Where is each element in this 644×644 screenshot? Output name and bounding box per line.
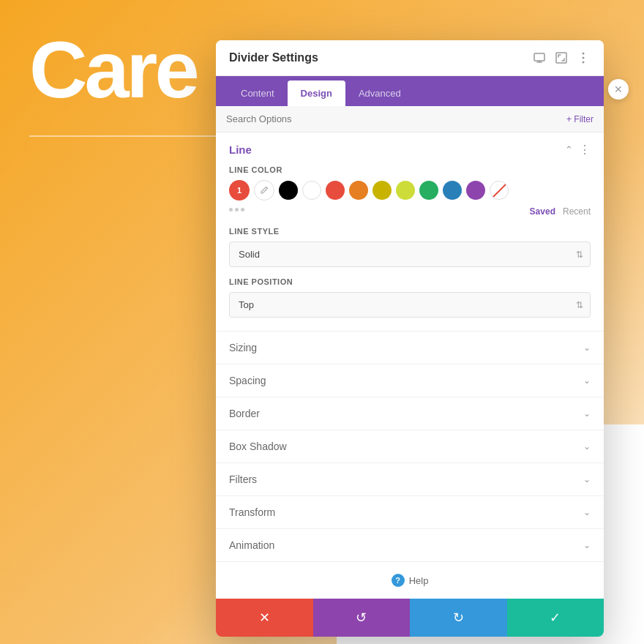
sizing-chevron: ⌄ — [583, 342, 591, 353]
line-section-header[interactable]: Line ⌃ ⋮ — [216, 132, 604, 157]
help-label[interactable]: Help — [409, 575, 429, 586]
line-position-label: Line Position — [229, 277, 591, 286]
dot-3 — [241, 208, 244, 211]
line-section: Line ⌃ ⋮ Line Color 1 — [216, 132, 604, 332]
line-section-title: Line — [229, 143, 252, 156]
border-section[interactable]: Border ⌄ — [216, 397, 604, 430]
modal-header: Divider Settings — [216, 40, 604, 76]
dot-2 — [235, 208, 239, 211]
line-style-label: Line Style — [229, 227, 591, 236]
box-shadow-chevron: ⌄ — [583, 441, 591, 452]
tab-advanced[interactable]: Advanced — [345, 80, 414, 106]
line-style-select-wrapper: Solid Dashed Dotted ⇅ — [229, 242, 591, 267]
color-pencil-icon[interactable] — [254, 180, 274, 201]
color-swatch-lime[interactable] — [396, 181, 415, 200]
modal-body: Line ⌃ ⋮ Line Color 1 — [216, 132, 604, 599]
care-underline — [29, 135, 220, 137]
line-section-body: Line Color 1 — [216, 157, 604, 331]
box-shadow-section[interactable]: Box Shadow ⌄ — [216, 430, 604, 463]
border-title: Border — [229, 408, 260, 419]
section-more-icon[interactable]: ⋮ — [579, 143, 591, 157]
svg-point-2 — [583, 53, 585, 55]
divider-settings-modal: Divider Settings — [216, 40, 604, 637]
spacing-chevron: ⌄ — [583, 375, 591, 386]
color-swatch-yellow[interactable] — [372, 181, 392, 200]
spacing-section[interactable]: Spacing ⌄ — [216, 364, 604, 397]
color-swatch-white[interactable] — [302, 181, 321, 200]
modal-title: Divider Settings — [229, 51, 318, 64]
animation-title: Animation — [229, 539, 274, 551]
spacing-title: Spacing — [229, 375, 266, 386]
color-swatch-black[interactable] — [279, 181, 298, 200]
reset-button[interactable]: ↺ — [313, 599, 411, 637]
transform-title: Transform — [229, 506, 275, 518]
color-swatch-blue[interactable] — [443, 181, 462, 200]
bottom-bar: ✕ ↺ ↻ ✓ — [216, 599, 604, 637]
color-swatch-red[interactable] — [326, 181, 345, 200]
tab-design[interactable]: Design — [288, 80, 345, 106]
svg-rect-0 — [534, 53, 544, 61]
help-icon[interactable]: ? — [392, 574, 405, 587]
saved-recent-row: Saved Recent — [530, 206, 591, 217]
help-row: ? Help — [216, 562, 604, 599]
header-icons — [532, 50, 591, 65]
section-header-icons: ⌃ ⋮ — [565, 143, 591, 157]
saved-label[interactable]: Saved — [530, 206, 555, 217]
care-text: Care — [29, 29, 197, 110]
color-swatch-green[interactable] — [419, 181, 438, 200]
color-swatch-none[interactable] — [490, 181, 509, 200]
color-swatch-orange[interactable] — [349, 181, 368, 200]
color-badge-1[interactable]: 1 — [229, 180, 250, 201]
line-style-select[interactable]: Solid Dashed Dotted — [229, 242, 591, 267]
line-position-select-wrapper: Top Center Bottom ⇅ — [229, 292, 591, 318]
line-color-label: Line Color — [229, 165, 591, 174]
color-swatches-row: 1 — [229, 180, 591, 201]
redo-button[interactable]: ↻ — [410, 599, 507, 637]
transform-section[interactable]: Transform ⌄ — [216, 496, 604, 529]
sizing-title: Sizing — [229, 342, 257, 353]
border-chevron: ⌄ — [583, 408, 591, 419]
recent-label[interactable]: Recent — [563, 206, 591, 217]
animation-section[interactable]: Animation ⌄ — [216, 529, 604, 562]
modal-close-button[interactable]: ✕ — [608, 79, 629, 100]
transform-chevron: ⌄ — [583, 507, 591, 517]
line-position-select[interactable]: Top Center Bottom — [229, 292, 591, 318]
color-dots — [229, 208, 244, 211]
svg-point-4 — [583, 61, 585, 64]
save-button[interactable]: ✓ — [507, 599, 604, 637]
search-input[interactable] — [226, 113, 566, 124]
kebab-menu-icon[interactable] — [576, 50, 591, 65]
filters-chevron: ⌄ — [583, 474, 591, 484]
cancel-button[interactable]: ✕ — [216, 599, 313, 637]
chevron-up-icon[interactable]: ⌃ — [565, 144, 573, 155]
svg-rect-1 — [556, 53, 566, 63]
svg-point-3 — [583, 57, 585, 59]
expand-icon[interactable] — [554, 50, 569, 65]
dot-1 — [229, 208, 233, 211]
tabs-bar: Content Design Advanced — [216, 76, 604, 106]
filters-title: Filters — [229, 473, 257, 485]
desktop-icon[interactable] — [532, 50, 547, 65]
box-shadow-title: Box Shadow — [229, 441, 287, 452]
filters-section[interactable]: Filters ⌄ — [216, 463, 604, 496]
sizing-section[interactable]: Sizing ⌄ — [216, 332, 604, 364]
animation-chevron: ⌄ — [583, 540, 591, 550]
filter-button[interactable]: + Filter — [566, 114, 594, 124]
search-bar: + Filter — [216, 106, 604, 132]
color-swatch-purple[interactable] — [466, 181, 485, 200]
tab-content[interactable]: Content — [228, 80, 288, 106]
